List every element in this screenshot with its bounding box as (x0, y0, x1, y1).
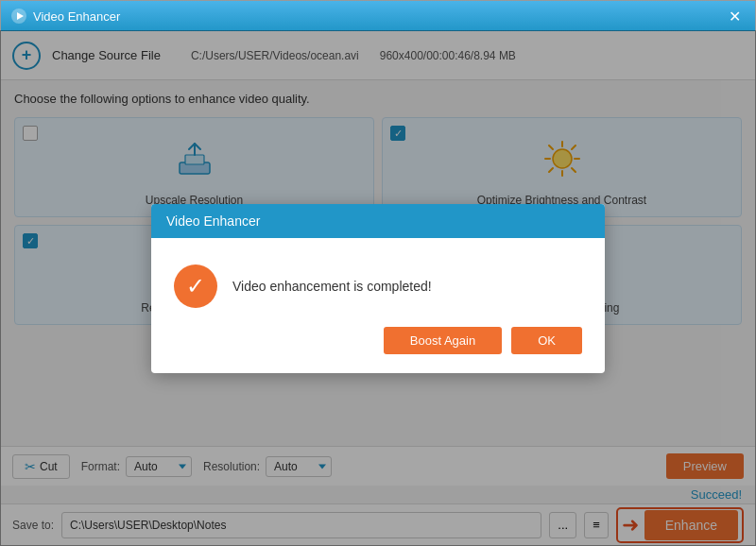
modal-body: ✓ Video enhancement is completed! (151, 238, 605, 327)
app-icon (10, 8, 27, 25)
window-title: Video Enhancer (33, 9, 120, 24)
close-button[interactable]: ✕ (723, 5, 746, 27)
app-window: Video Enhancer ✕ + Change Source File C:… (0, 0, 756, 546)
modal-header: Video Enhancer (151, 204, 605, 238)
modal-footer: Boost Again OK (151, 327, 605, 373)
modal-message: Video enhancement is completed! (232, 279, 432, 294)
modal-dialog: Video Enhancer ✓ Video enhancement is co… (151, 204, 605, 373)
checkmark-icon: ✓ (186, 273, 205, 299)
ok-button[interactable]: OK (511, 327, 582, 354)
modal-overlay: Video Enhancer ✓ Video enhancement is co… (0, 30, 756, 546)
title-bar-left: Video Enhancer (10, 8, 120, 25)
boost-again-button[interactable]: Boost Again (384, 327, 502, 354)
modal-success-icon: ✓ (174, 264, 217, 308)
title-bar: Video Enhancer ✕ (1, 1, 755, 31)
